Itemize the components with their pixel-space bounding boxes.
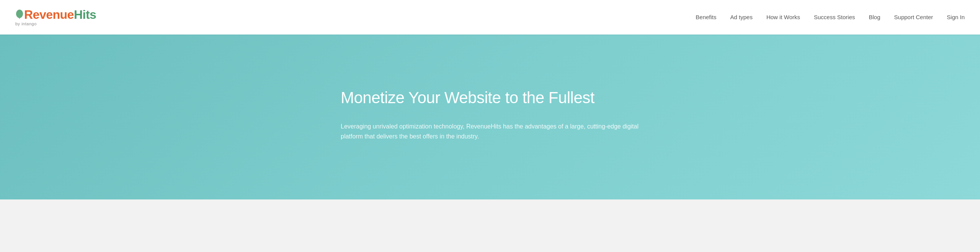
nav-links: Benefits Ad types How it Works Success S… <box>696 14 965 21</box>
hero-subtitle: Leveraging unrivaled optimization techno… <box>341 122 639 142</box>
nav-link-success-stories[interactable]: Success Stories <box>814 14 855 20</box>
nav-link-blog[interactable]: Blog <box>869 14 880 20</box>
nav-link-benefits[interactable]: Benefits <box>696 14 716 20</box>
nav-item-ad-types[interactable]: Ad types <box>730 14 753 21</box>
hero-title: Monetize Your Website to the Fullest <box>341 88 639 107</box>
nav-link-support-center[interactable]: Support Center <box>894 14 933 20</box>
bottom-section <box>0 199 980 230</box>
nav-item-benefits[interactable]: Benefits <box>696 14 716 21</box>
hero-section: Monetize Your Website to the Fullest Lev… <box>0 35 980 199</box>
navbar: RevenueHits by intango Benefits Ad types… <box>0 0 980 35</box>
nav-link-ad-types[interactable]: Ad types <box>730 14 753 20</box>
hero-content: Monetize Your Website to the Fullest Lev… <box>318 88 662 142</box>
leaf-icon <box>15 9 24 19</box>
logo-byline: by intango <box>15 21 37 26</box>
nav-item-sign-in[interactable]: Sign In <box>947 14 965 21</box>
nav-item-blog[interactable]: Blog <box>869 14 880 21</box>
logo[interactable]: RevenueHits by intango <box>15 8 96 26</box>
logo-revenue-text: Revenue <box>24 8 74 21</box>
logo-hits-text: Hits <box>74 8 96 21</box>
nav-item-success-stories[interactable]: Success Stories <box>814 14 855 21</box>
nav-link-how-it-works[interactable]: How it Works <box>766 14 800 20</box>
nav-item-how-it-works[interactable]: How it Works <box>766 14 800 21</box>
nav-item-support-center[interactable]: Support Center <box>894 14 933 21</box>
nav-link-sign-in[interactable]: Sign In <box>947 14 965 20</box>
